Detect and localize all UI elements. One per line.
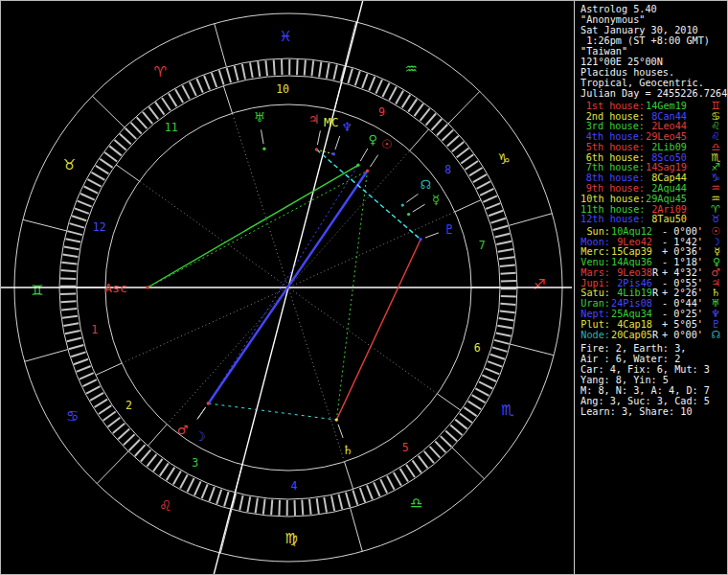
house-label: 2nd house: bbox=[580, 111, 645, 122]
stats-line: Ang: 3, Suc: 3, Cad: 5 bbox=[580, 396, 726, 406]
degree-tick bbox=[421, 108, 430, 121]
retrograde-flag: R bbox=[652, 267, 659, 278]
planet-velocity: - 0°44' bbox=[662, 298, 703, 309]
degree-tick bbox=[115, 140, 126, 150]
sign-divider bbox=[25, 350, 68, 362]
degree-tick bbox=[339, 494, 343, 510]
degree-tick bbox=[153, 459, 163, 472]
degree-tick bbox=[331, 495, 334, 511]
degree-tick bbox=[188, 478, 194, 492]
planet-row: Merc:15Cap39+ 0°36'☿ bbox=[580, 247, 726, 258]
degree-tick bbox=[483, 196, 497, 201]
degree-tick bbox=[212, 73, 216, 87]
degree-tick bbox=[362, 74, 368, 88]
house-value: 14Gem19 bbox=[645, 101, 687, 111]
degree-tick bbox=[455, 420, 467, 429]
degree-tick bbox=[80, 194, 95, 200]
degree-tick bbox=[497, 326, 512, 329]
degree-tick bbox=[491, 218, 506, 223]
degree-tick bbox=[160, 463, 169, 475]
house-label: 6th house: bbox=[580, 152, 645, 163]
degree-tick bbox=[196, 79, 202, 93]
mercury-degree-dot bbox=[407, 213, 410, 216]
planet-value: 14Aqu36 bbox=[610, 257, 652, 267]
degree-tick bbox=[175, 89, 183, 103]
planet-row: Nept:25Aqu34- 0°25'♆ bbox=[580, 309, 726, 319]
degree-tick bbox=[473, 174, 487, 182]
planet-velocity: + 2°26' bbox=[662, 288, 703, 298]
house-row: 3rd house:2Leo44♌ bbox=[580, 122, 726, 132]
degree-tick bbox=[242, 64, 245, 80]
planet-velocity: - 1°18' bbox=[662, 257, 703, 267]
planet-row: Node:20Cap05R+ 0°00'☊ bbox=[580, 330, 726, 340]
degree-tick bbox=[129, 440, 140, 451]
house-number: 11 bbox=[165, 121, 178, 134]
degree-tick bbox=[480, 189, 493, 196]
degree-tick bbox=[124, 434, 135, 445]
sagittarius-icon: ♐ bbox=[533, 276, 545, 293]
degree-tick bbox=[447, 136, 459, 147]
degree-tick bbox=[311, 60, 313, 76]
planet-value: 9Leo42 bbox=[610, 237, 652, 247]
degree-tick bbox=[469, 168, 483, 175]
planet-label: Venu: bbox=[580, 257, 610, 267]
planet-row: Sun:10Aqu12- 0°00'☉ bbox=[580, 226, 726, 237]
house-divider bbox=[410, 129, 429, 150]
degree-tick bbox=[67, 338, 82, 342]
degree-tick bbox=[501, 273, 516, 274]
house-label: 9th house: bbox=[580, 183, 645, 194]
degree-tick bbox=[415, 104, 424, 116]
degree-tick bbox=[263, 499, 265, 515]
degree-tick bbox=[333, 65, 336, 80]
mars-pointer bbox=[197, 407, 206, 419]
degree-tick bbox=[120, 134, 131, 145]
jupiter-sextile-pluto-aspect-line bbox=[316, 150, 421, 240]
house-row: 9th house:2Aqu44♒ bbox=[580, 183, 726, 194]
house-value: 8Can44 bbox=[645, 111, 687, 122]
planet-velocity: + 0°36' bbox=[662, 246, 703, 257]
mercury-icon: ☿ bbox=[432, 193, 440, 207]
planet-value: 10Aqu12 bbox=[610, 226, 652, 237]
header-line: "Anonymous" bbox=[580, 14, 726, 25]
degree-tick bbox=[485, 368, 499, 374]
degree-tick bbox=[413, 460, 421, 472]
planet-row: Mars:9Leo38R+ 4°32'♂ bbox=[580, 267, 726, 278]
planet-row: Satu:4Lib19R+ 2°26'♄ bbox=[580, 288, 726, 299]
house-value: 2Leo44 bbox=[645, 121, 687, 131]
degree-tick bbox=[375, 80, 382, 94]
planet-label: Uran: bbox=[580, 298, 610, 309]
astrolog-window: ♈♉♊♋♌♍♎♏♐♑♒♓123456789101112☉☽☿♀♂♃♄♅♆♇☊As… bbox=[0, 0, 728, 575]
pluto-pointer bbox=[425, 233, 439, 238]
moon-opposition-venus-aspect-line bbox=[209, 165, 358, 403]
degree-tick bbox=[400, 469, 408, 482]
house-value: 2Lib09 bbox=[645, 142, 687, 152]
degree-tick bbox=[500, 264, 515, 266]
scorpio-icon: ♏ bbox=[501, 402, 514, 419]
planet-position-list: Sun:10Aqu12- 0°00'☉Moon:9Leo42- 1°42'☽Me… bbox=[580, 226, 726, 339]
degree-tick bbox=[479, 381, 492, 388]
north-node-icon: ☊ bbox=[711, 329, 726, 341]
degree-tick bbox=[182, 85, 190, 99]
degree-tick bbox=[302, 500, 303, 516]
planet-velocity: - 1°42' bbox=[662, 237, 703, 247]
degree-tick bbox=[224, 492, 229, 506]
taurus-icon: ♉ bbox=[711, 213, 726, 225]
house-number: 2 bbox=[125, 399, 132, 412]
planet-value: 24Pis08 bbox=[610, 298, 652, 309]
house-label: 8th house: bbox=[580, 172, 645, 183]
degree-tick bbox=[319, 62, 321, 78]
planet-velocity: + 0°00' bbox=[662, 330, 703, 340]
house-divider bbox=[116, 165, 140, 181]
degree-tick bbox=[496, 333, 512, 335]
degree-tick bbox=[327, 63, 330, 79]
house-row: 4th house:29Leo45♌ bbox=[580, 131, 726, 142]
sign-divider bbox=[97, 451, 128, 484]
degree-tick bbox=[74, 359, 88, 364]
house-number: 9 bbox=[378, 105, 385, 119]
planet-label: Plut: bbox=[580, 319, 610, 330]
degree-tick bbox=[60, 278, 76, 279]
degree-tick bbox=[135, 445, 146, 456]
sign-divider bbox=[215, 24, 227, 67]
degree-tick bbox=[108, 418, 121, 427]
house-value: 2Aqu44 bbox=[645, 183, 687, 194]
